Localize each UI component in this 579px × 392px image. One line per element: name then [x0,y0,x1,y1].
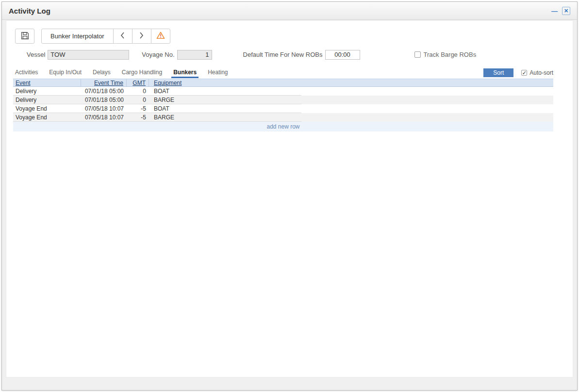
chevron-left-icon [120,32,125,40]
cell-event-time: 07/01/18 05:00 [81,96,127,104]
track-barge-robs-label: Track Barge ROBs [424,51,477,58]
table-row[interactable]: Voyage End07/05/18 10:07-5BOAT [13,104,553,113]
main-area: ActivitiesEquip In/OutDelaysCargo Handli… [13,68,553,131]
cell-gmt: -5 [127,113,149,121]
tabs-row: ActivitiesEquip In/OutDelaysCargo Handli… [13,68,553,78]
next-button[interactable] [132,29,151,44]
table-header-row: EventEvent TimeGMTEquipment [13,79,553,87]
minimize-button[interactable]: — [550,7,559,15]
column-header-gmt[interactable]: GMT [127,79,149,86]
cell-event: Voyage End [13,113,81,121]
title-bar: Activity Log — ✕ [2,2,577,20]
table-row[interactable]: Delivery07/01/18 05:000BOAT [13,87,553,96]
table-row[interactable]: Voyage End07/05/18 10:07-5BARGE [13,113,553,122]
close-button[interactable]: ✕ [562,7,570,15]
table-row[interactable]: Delivery07/01/18 05:000BARGE [13,96,553,104]
table-body: Delivery07/01/18 05:000BOATDelivery07/01… [13,87,553,122]
warning-button[interactable] [151,29,170,44]
default-time-label: Default Time For New ROBs [243,51,323,58]
cell-equipment: BARGE [149,96,301,104]
cell-equipment: BARGE [149,113,301,121]
column-header-event-time[interactable]: Event Time [81,79,127,86]
tab-delays[interactable]: Delays [91,69,113,78]
content-panel: Bunker Interpolator [6,20,573,377]
autosort-checkbox[interactable]: ✓ [521,70,527,76]
tab-bunkers[interactable]: Bunkers [171,69,199,78]
add-new-row-link[interactable]: add new row [13,122,553,131]
bunkers-table: EventEvent TimeGMTEquipment Delivery07/0… [13,79,553,131]
chevron-right-icon [139,32,144,40]
default-time-input[interactable] [325,50,360,60]
save-button[interactable] [15,29,34,44]
column-header-event[interactable]: Event [13,79,81,86]
toolbar: Bunker Interpolator [15,29,566,44]
track-barge-robs-toggle: Track Barge ROBs [414,51,477,58]
toolbar-button-group: Bunker Interpolator [41,29,170,44]
tab-strip: ActivitiesEquip In/OutDelaysCargo Handli… [13,69,237,78]
cell-event: Delivery [13,87,81,95]
voyage-no-input[interactable] [177,50,212,60]
autosort-label: Auto-sort [529,69,553,76]
cell-event-time: 07/01/18 05:00 [81,87,127,95]
sort-button[interactable]: Sort [483,68,513,77]
cell-equipment: BOAT [149,104,301,113]
track-barge-robs-checkbox[interactable] [414,51,421,58]
window-title: Activity Log [9,7,50,15]
cell-gmt: -5 [127,104,149,113]
cell-gmt: 0 [127,96,149,104]
cell-event: Delivery [13,96,81,104]
autosort-toggle: ✓ Auto-sort [521,69,553,76]
bunker-interpolator-button[interactable]: Bunker Interpolator [41,29,114,44]
voyage-no-label: Voyage No. [142,51,174,58]
cell-event: Voyage End [13,104,81,113]
window-controls: — ✕ [550,7,570,15]
warning-triangle-icon [156,32,165,41]
cell-event-time: 07/05/18 10:07 [81,113,127,121]
tab-cargo-handling[interactable]: Cargo Handling [120,69,164,78]
vessel-input[interactable] [48,50,129,60]
tab-activities[interactable]: Activities [13,69,40,78]
tab-equip-in-out[interactable]: Equip In/Out [47,69,83,78]
cell-gmt: 0 [127,87,149,95]
cell-equipment: BOAT [149,87,301,95]
vessel-label: Vessel [27,51,45,58]
floppy-disk-icon [21,32,29,41]
cell-event-time: 07/05/18 10:07 [81,104,127,113]
activity-log-window: Activity Log — ✕ Bunker Interpolator [1,1,578,391]
header-form-row: Vessel Voyage No. Default Time For New R… [13,49,566,60]
column-header-equipment[interactable]: Equipment [149,79,301,86]
tab-heating[interactable]: Heating [206,69,230,78]
sort-controls: Sort ✓ Auto-sort [483,68,553,78]
previous-button[interactable] [113,29,132,44]
